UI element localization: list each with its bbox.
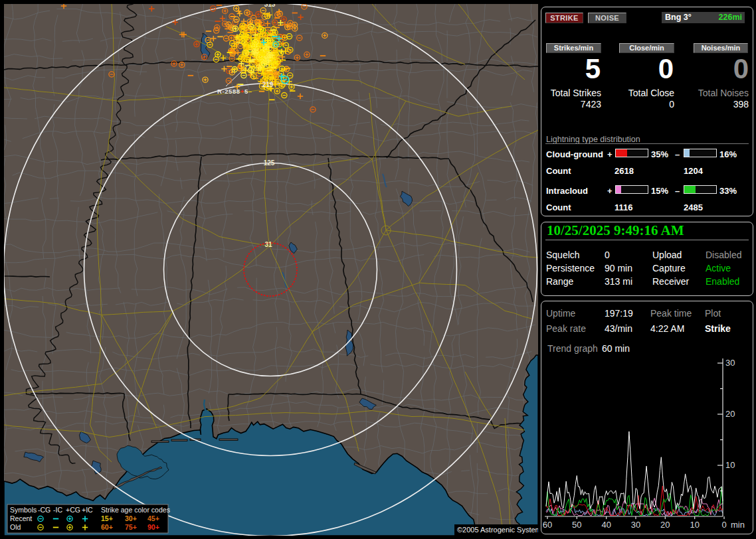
svg-text:20: 20 [725, 409, 735, 419]
svg-text:219: 219 [262, 81, 274, 88]
svg-text:Recent: Recent [10, 514, 32, 522]
svg-text:min: min [731, 520, 745, 530]
svg-text:Symbols: Symbols [10, 506, 37, 514]
svg-text:45+: 45+ [147, 514, 159, 522]
svg-text:10: 10 [725, 460, 735, 470]
svg-text:60: 60 [543, 520, 552, 530]
svg-text:30: 30 [631, 520, 640, 530]
svg-text:313: 313 [264, 4, 276, 8]
svg-text:0: 0 [721, 520, 726, 530]
svg-text:Old: Old [10, 523, 21, 531]
svg-text:+IC: +IC [82, 506, 93, 514]
svg-text:Strike age color codes: Strike age color codes [101, 506, 170, 514]
svg-text:30+: 30+ [125, 514, 137, 522]
svg-text:-IC: -IC [53, 506, 62, 514]
svg-text:-CG: -CG [38, 506, 50, 514]
svg-text:75+: 75+ [125, 523, 137, 531]
svg-text:60+: 60+ [101, 523, 113, 531]
svg-text:+CG: +CG [66, 506, 80, 514]
svg-text:R-2588+5–: R-2588+5– [217, 88, 252, 95]
svg-text:10: 10 [690, 520, 699, 530]
svg-text:50: 50 [572, 520, 581, 530]
svg-text:15+: 15+ [101, 514, 113, 522]
svg-text:90+: 90+ [147, 523, 159, 531]
svg-text:20: 20 [660, 520, 670, 530]
svg-text:©2005 Astrogenic Systems: ©2005 Astrogenic Systems [457, 526, 538, 534]
svg-text:125: 125 [264, 159, 275, 167]
svg-text:31: 31 [264, 241, 272, 248]
svg-text:40: 40 [601, 520, 611, 530]
svg-text:30: 30 [725, 358, 735, 368]
